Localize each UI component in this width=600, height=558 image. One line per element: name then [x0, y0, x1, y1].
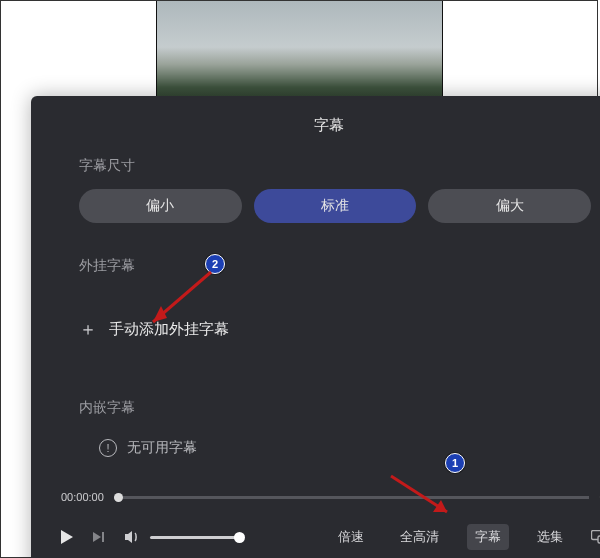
play-icon	[61, 530, 73, 544]
next-icon	[93, 532, 104, 542]
info-icon: !	[99, 439, 117, 457]
pip-button[interactable]	[591, 530, 600, 544]
size-small-button[interactable]: 偏小	[79, 189, 242, 223]
size-section-label: 字幕尺寸	[31, 157, 600, 189]
quality-button[interactable]: 全高清	[392, 524, 447, 550]
speed-button[interactable]: 倍速	[330, 524, 372, 550]
annotation-badge-2: 2	[205, 254, 225, 274]
timeline[interactable]: 00:00:00 00:00	[61, 487, 600, 507]
add-external-subtitle-button[interactable]: ＋ 手动添加外挂字幕	[31, 289, 600, 341]
panel-title: 字幕	[31, 96, 600, 157]
volume-slider[interactable]	[150, 536, 240, 539]
subtitle-panel: 字幕 字幕尺寸 偏小 标准 偏大 外挂字幕 ＋ 手动添加外挂字幕 内嵌字幕 ! …	[31, 96, 600, 558]
plus-icon: ＋	[79, 317, 97, 341]
embedded-unavailable-row: ! 无可用字幕	[31, 417, 600, 457]
subtitle-button[interactable]: 字幕	[467, 524, 509, 550]
pip-icon	[591, 530, 600, 544]
seek-track[interactable]	[114, 496, 590, 499]
play-button[interactable]	[61, 530, 73, 544]
player-controls: 倍速 全高清 字幕 选集	[31, 521, 600, 553]
next-button[interactable]	[93, 532, 104, 542]
time-current: 00:00:00	[61, 491, 104, 503]
size-options: 偏小 标准 偏大	[31, 189, 600, 223]
seek-thumb[interactable]	[114, 493, 123, 502]
add-external-label: 手动添加外挂字幕	[109, 320, 229, 339]
embedded-unavailable-label: 无可用字幕	[127, 439, 197, 457]
external-section-label: 外挂字幕	[79, 257, 600, 289]
embedded-section-label: 内嵌字幕	[31, 341, 600, 417]
episode-button[interactable]: 选集	[529, 524, 571, 550]
size-standard-button[interactable]: 标准	[254, 189, 417, 223]
volume-icon	[124, 529, 142, 545]
volume-knob[interactable]	[234, 532, 245, 543]
size-large-button[interactable]: 偏大	[428, 189, 591, 223]
volume-control[interactable]	[124, 529, 240, 545]
annotation-badge-1: 1	[445, 453, 465, 473]
